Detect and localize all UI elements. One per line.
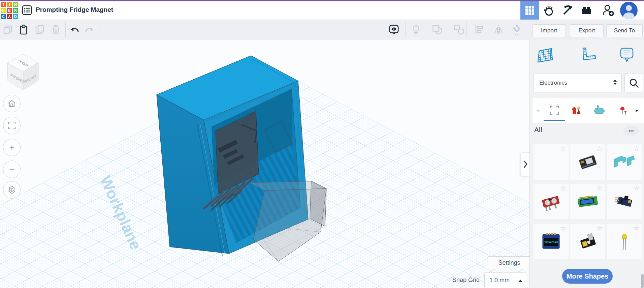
zoom-out-button[interactable]: − [3, 161, 21, 178]
home-view-button[interactable] [3, 95, 21, 112]
logo-tile: A [7, 14, 12, 19]
tinkercad-logo[interactable]: T I N K E R C A D [1, 2, 18, 19]
category-tab-general[interactable] [546, 102, 562, 118]
align-button[interactable] [474, 24, 485, 35]
export-button[interactable]: Export [570, 24, 604, 37]
chevron-right-icon [523, 160, 528, 168]
category-tab-figures[interactable] [570, 104, 582, 116]
shape-tile-blank[interactable]: ☆ [534, 144, 569, 180]
note-eye-icon [388, 24, 400, 36]
search-shapes-button[interactable] [624, 73, 643, 92]
home-icon [7, 99, 16, 108]
settings-button[interactable]: Settings [488, 256, 529, 269]
category-tab-servo[interactable] [593, 104, 605, 116]
mirror-icon [493, 24, 504, 35]
notes-tool-button[interactable] [617, 46, 636, 65]
view-cube[interactable]: TOP FRONT RIGHT [3, 49, 43, 92]
lcd-thumb-icon [576, 190, 600, 213]
mirror-button[interactable] [493, 24, 504, 35]
section-options-button[interactable]: ••• [623, 126, 639, 136]
pickaxe-icon [562, 5, 573, 16]
sidebar-scrollbar[interactable] [641, 274, 644, 288]
design-title[interactable]: Prompting Fridge Magnet [36, 0, 113, 20]
trash-icon [50, 24, 62, 35]
shape-tile-led[interactable]: ☆ [607, 224, 642, 259]
toolbar-divider [384, 22, 384, 37]
tab-minecraft[interactable] [558, 1, 577, 20]
category-carousel: ◂ ▸ [533, 98, 644, 123]
paste-button[interactable] [18, 24, 29, 35]
claw-hand-icon [543, 5, 554, 16]
fit-view-button[interactable] [3, 117, 21, 134]
toggle-notes-visibility-button[interactable] [388, 24, 400, 35]
magnet-snap-button[interactable] [511, 24, 523, 35]
carousel-prev-button[interactable]: ◂ [535, 105, 541, 115]
editor-toolbar: Import Export Send To [0, 20, 644, 40]
carousel-next-button[interactable]: ▸ [634, 105, 640, 115]
lightbulb-icon [410, 24, 422, 35]
redo-button[interactable] [84, 24, 95, 35]
section-title: All [534, 126, 542, 134]
minus-icon: − [9, 164, 14, 175]
snap-grid-label: Snap Grid [440, 277, 480, 284]
dropdown-up-arrow-icon [518, 280, 522, 282]
perspective-toggle-button[interactable] [3, 181, 21, 199]
undo-icon [69, 24, 80, 35]
tab-bricks[interactable] [577, 1, 596, 20]
shape-tile-ultrasonic-sensor[interactable]: ☆ [534, 184, 569, 219]
redo-icon [84, 24, 95, 35]
panel-expand-handle[interactable] [521, 152, 529, 176]
undo-button[interactable] [69, 24, 80, 35]
top-accent-strip [0, 0, 644, 1]
show-all-button[interactable] [410, 24, 422, 35]
design-canvas[interactable]: Workplane [0, 40, 529, 288]
send-to-button[interactable]: Send To [606, 24, 643, 37]
design-menu-icon[interactable] [22, 5, 32, 16]
ungroup-button[interactable] [453, 24, 465, 35]
shape-tile-adapter-board[interactable]: ☆ [607, 184, 642, 219]
shape-tile-power-module[interactable]: ☆ [570, 224, 605, 259]
led-thumb-icon [616, 104, 629, 116]
toolbar-divider [65, 22, 66, 37]
delete-button[interactable] [50, 24, 62, 35]
account-avatar[interactable] [620, 2, 638, 19]
ruler-icon [579, 47, 597, 64]
favorite-star-icon[interactable]: ☆ [560, 145, 566, 152]
ellipsis-icon: ••• [629, 128, 634, 134]
shape-tile-lcd-display[interactable]: ☆ [570, 184, 605, 219]
invite-collaborator-button[interactable] [599, 1, 618, 20]
shape-tile-circuit-board[interactable]: ☆ [570, 144, 605, 180]
workplane-icon [537, 47, 554, 64]
duplicate-button[interactable] [34, 24, 46, 35]
snap-grid-value: 1.0 mm [489, 277, 510, 284]
svg-text:Tinkercad: Tinkercad [544, 240, 558, 244]
zoom-in-button[interactable]: + [3, 139, 21, 156]
tab-sim[interactable] [539, 1, 558, 20]
scene-3d[interactable]: Workplane [0, 40, 529, 288]
shape-category-select[interactable]: Electronics [534, 73, 622, 92]
import-button[interactable]: Import [532, 24, 566, 37]
ultrasonic-thumb-icon [539, 190, 563, 213]
shape-tile-bracket[interactable]: ☆ [607, 144, 642, 180]
shape-tile-oled-display[interactable]: ☆ Tinkercad [534, 224, 569, 259]
toolbar-divider [99, 22, 99, 37]
category-tab-led[interactable] [616, 104, 629, 116]
fit-view-icon [7, 121, 16, 130]
workplane-tool-button[interactable] [536, 46, 555, 65]
snap-grid-select[interactable]: 1.0 mm [484, 272, 526, 288]
logo-tile: N [13, 2, 18, 7]
grid-3x3-icon [525, 5, 535, 16]
notes-icon [618, 47, 636, 64]
avatar-person-icon [620, 2, 638, 19]
paste-icon [18, 24, 29, 35]
group-button[interactable] [431, 24, 443, 35]
select-stepper-icon [613, 80, 617, 85]
tab-3d-editor[interactable] [520, 1, 539, 20]
power-module-thumb-icon [576, 230, 600, 253]
magnet-icon [511, 24, 523, 35]
ruler-tool-button[interactable] [579, 46, 598, 65]
figures-thumb-icon [570, 104, 582, 116]
copy-button[interactable] [2, 24, 13, 35]
more-shapes-button[interactable]: More Shapes [562, 269, 613, 284]
orthographic-cube-icon [7, 185, 17, 195]
